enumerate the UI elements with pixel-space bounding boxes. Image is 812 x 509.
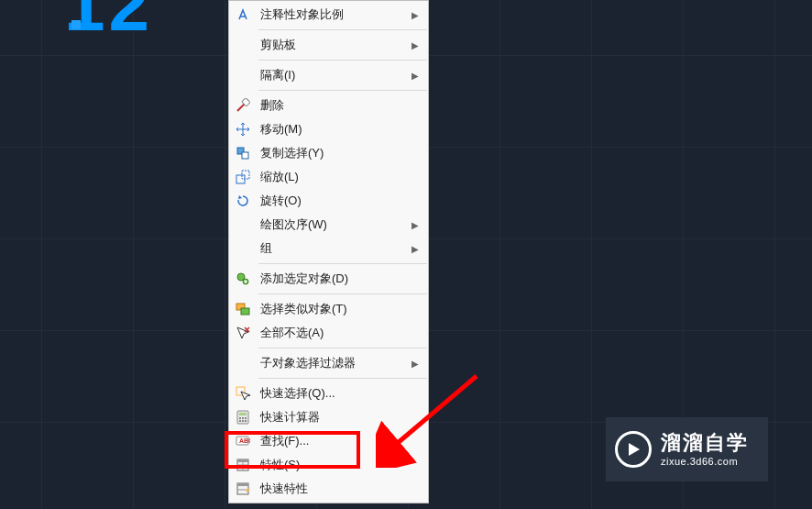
rotate-icon — [229, 194, 257, 208]
watermark: 溜溜自学 zixue.3d66.com — [606, 417, 768, 481]
quickcalc-icon — [229, 410, 257, 425]
menu-item-label: 查找(F)... — [257, 433, 408, 449]
menu-item[interactable]: 删除 — [229, 94, 428, 117]
menu-separator — [258, 60, 427, 61]
qprops-icon — [229, 481, 257, 496]
find-icon: ABC — [229, 434, 257, 448]
menu-item-label: 剪贴板 — [257, 37, 408, 53]
svg-rect-2 — [242, 152, 248, 159]
svg-rect-13 — [242, 417, 244, 419]
menu-item[interactable]: 旋转(O) — [229, 189, 428, 213]
menu-item[interactable]: 隔离(I)▶ — [229, 63, 428, 87]
svg-rect-3 — [236, 175, 245, 183]
submenu-arrow-icon: ▶ — [408, 244, 422, 254]
submenu-arrow-icon: ▶ — [408, 71, 422, 81]
svg-rect-14 — [245, 417, 247, 419]
svg-rect-12 — [239, 417, 241, 419]
move-icon — [229, 122, 257, 137]
menu-item-label: 旋转(O) — [257, 193, 408, 209]
watermark-title: 溜溜自学 — [661, 431, 749, 455]
menu-item-label: 复制选择(Y) — [257, 145, 408, 161]
menu-item[interactable]: ABC查找(F)... — [229, 429, 428, 453]
svg-text:ABC: ABC — [239, 437, 250, 444]
menu-item[interactable]: 组▶ — [229, 237, 428, 260]
menu-item-label: 注释性对象比例 — [257, 6, 408, 23]
menu-item-label: 删除 — [257, 97, 408, 114]
menu-item[interactable]: 特性(S) — [229, 453, 428, 477]
menu-item-label: 选择类似对象(T) — [257, 301, 408, 317]
blank-icon — [229, 241, 257, 256]
menu-separator — [258, 348, 427, 349]
menu-item-label: 全部不选(A) — [257, 325, 408, 341]
svg-rect-17 — [245, 420, 247, 422]
blank-icon — [229, 38, 257, 52]
select-similar-icon — [229, 302, 257, 316]
menu-item-label: 快速选择(Q)... — [257, 385, 408, 402]
menu-separator — [258, 263, 427, 264]
context-menu: 注释性对象比例▶剪贴板▶隔离(I)▶删除移动(M)复制选择(Y)缩放(L)旋转(… — [228, 0, 429, 503]
deselect-icon — [229, 326, 257, 340]
menu-item-label: 绘图次序(W) — [257, 216, 408, 233]
svg-rect-15 — [239, 420, 241, 422]
submenu-arrow-icon: ▶ — [408, 40, 422, 50]
erase-icon — [229, 98, 257, 113]
menu-separator — [258, 29, 427, 30]
add-selected-icon — [229, 271, 257, 286]
menu-item[interactable]: 子对象选择过滤器▶ — [229, 351, 428, 375]
scale-icon — [229, 170, 257, 184]
svg-rect-26 — [237, 483, 248, 486]
menu-item[interactable]: 绘图次序(W)▶ — [229, 213, 428, 237]
menu-item[interactable]: 选择类似对象(T) — [229, 297, 428, 321]
watermark-url: zixue.3d66.com — [661, 456, 749, 468]
menu-item-label: 子对象选择过滤器 — [257, 355, 408, 371]
svg-rect-11 — [239, 413, 247, 415]
submenu-arrow-icon: ▶ — [408, 220, 422, 230]
blank-icon — [229, 68, 257, 83]
blank-icon — [229, 356, 257, 371]
menu-separator — [258, 378, 427, 379]
menu-item[interactable]: 注释性对象比例▶ — [229, 3, 428, 27]
menu-item-label: 特性(S) — [257, 457, 408, 473]
menu-separator — [258, 293, 427, 294]
menu-separator — [258, 90, 427, 91]
menu-item[interactable]: 全部不选(A) — [229, 321, 428, 345]
menu-item-label: 隔离(I) — [257, 67, 408, 83]
menu-item[interactable]: 快速选择(Q)... — [229, 382, 428, 405]
menu-item-label: 缩放(L) — [257, 169, 408, 185]
svg-rect-8 — [241, 308, 249, 315]
menu-item-label: 添加选定对象(D) — [257, 271, 408, 287]
grip-handle[interactable] — [71, 20, 81, 29]
copy-icon — [229, 146, 257, 160]
svg-rect-16 — [242, 420, 244, 422]
submenu-arrow-icon: ▶ — [408, 10, 422, 20]
annotative-icon — [229, 7, 257, 22]
quick-select-icon — [229, 386, 257, 401]
menu-item[interactable]: 移动(M) — [229, 117, 428, 141]
play-icon — [615, 431, 652, 468]
menu-item[interactable]: 缩放(L) — [229, 165, 428, 189]
submenu-arrow-icon: ▶ — [408, 359, 422, 369]
svg-rect-21 — [237, 459, 248, 462]
blank-icon — [229, 217, 257, 232]
menu-item[interactable]: 快速特性 — [229, 477, 428, 501]
menu-item[interactable]: 添加选定对象(D) — [229, 267, 428, 291]
menu-item[interactable]: 快速计算器 — [229, 405, 428, 429]
menu-item[interactable]: 剪贴板▶ — [229, 33, 428, 57]
menu-item[interactable]: 复制选择(Y) — [229, 141, 428, 165]
menu-item-label: 快速特性 — [257, 481, 408, 497]
menu-item-label: 移动(M) — [257, 121, 408, 138]
menu-item-label: 组 — [257, 240, 408, 257]
menu-item-label: 快速计算器 — [257, 409, 408, 426]
properties-icon — [229, 458, 257, 472]
